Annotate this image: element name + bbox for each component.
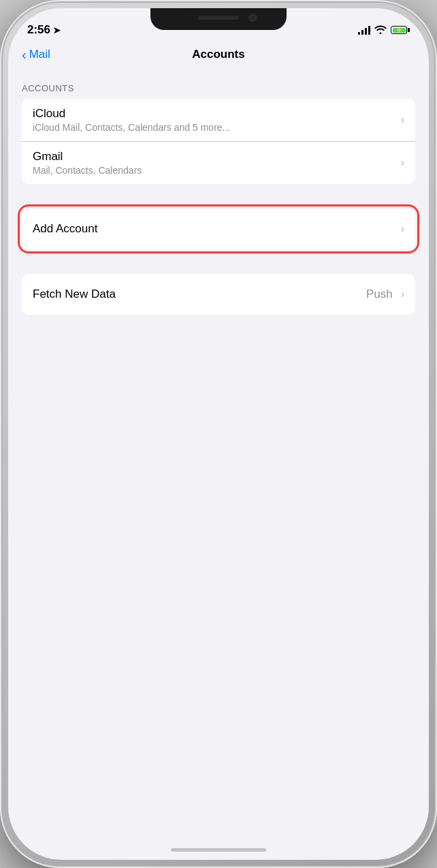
gmail-chevron-icon: › <box>401 157 404 169</box>
status-time: 2:56 ➤ <box>27 23 61 37</box>
phone-frame: 2:56 ➤ <box>0 0 437 868</box>
page-title: Accounts <box>192 48 244 61</box>
fetch-value: Push <box>366 288 393 301</box>
content-area: ACCOUNTS iCloud iCloud Mail, Contacts, C… <box>8 69 429 315</box>
back-label: Mail <box>29 48 50 61</box>
battery-icon: ⚡ <box>391 26 410 34</box>
add-account-button[interactable]: Add Account › <box>22 208 415 249</box>
gmail-subtitle: Mail, Contacts, Calendars <box>33 165 395 176</box>
phone-screen: 2:56 ➤ <box>8 8 429 860</box>
notch <box>150 8 287 30</box>
gmail-account-item[interactable]: Gmail Mail, Contacts, Calendars › <box>22 142 415 184</box>
speaker <box>198 16 239 20</box>
fetch-new-data-item[interactable]: Fetch New Data Push › <box>22 274 415 315</box>
wifi-icon <box>374 25 387 36</box>
add-account-chevron-icon: › <box>401 223 404 235</box>
gmail-title: Gmail <box>33 150 395 164</box>
accounts-section-header: ACCOUNTS <box>8 69 429 99</box>
back-chevron-icon: ‹ <box>22 48 27 61</box>
home-indicator <box>171 848 266 852</box>
signal-icon <box>358 25 370 35</box>
add-account-group: Add Account › <box>22 208 415 249</box>
camera <box>248 14 257 22</box>
icloud-subtitle: iCloud Mail, Contacts, Calendars and 5 m… <box>33 122 395 133</box>
icloud-account-item[interactable]: iCloud iCloud Mail, Contacts, Calendars … <box>22 99 415 142</box>
fetch-label: Fetch New Data <box>33 288 116 301</box>
status-icons: ⚡ <box>358 25 410 36</box>
icloud-title: iCloud <box>33 107 395 121</box>
back-button[interactable]: ‹ Mail <box>22 48 50 61</box>
location-icon: ➤ <box>53 25 61 35</box>
add-account-label: Add Account <box>33 222 97 236</box>
accounts-list: iCloud iCloud Mail, Contacts, Calendars … <box>22 99 415 184</box>
fetch-group: Fetch New Data Push › <box>22 274 415 315</box>
icloud-chevron-icon: › <box>401 114 404 126</box>
fetch-chevron-icon: › <box>401 288 404 300</box>
nav-bar: ‹ Mail Accounts <box>8 42 429 69</box>
